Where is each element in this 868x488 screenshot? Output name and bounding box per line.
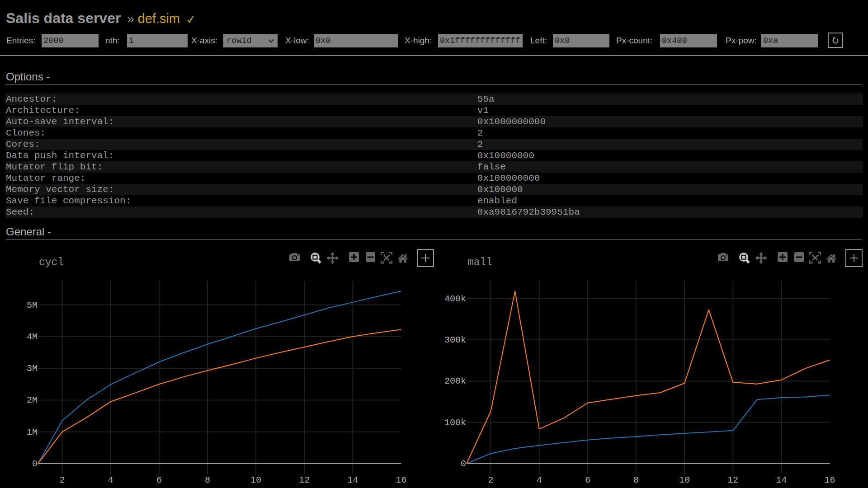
svg-text:300k: 300k <box>444 335 466 345</box>
svg-text:16: 16 <box>824 475 835 485</box>
svg-text:cycl: cycl <box>39 257 64 268</box>
svg-text:0: 0 <box>461 459 466 469</box>
svg-text:100k: 100k <box>444 418 466 428</box>
svg-text:16: 16 <box>396 475 406 485</box>
svg-text:2: 2 <box>60 475 65 485</box>
svg-text:1M: 1M <box>27 427 38 437</box>
svg-text:4M: 4M <box>27 332 38 342</box>
svg-text:14: 14 <box>776 475 787 485</box>
svg-text:6: 6 <box>156 475 162 485</box>
svg-text:400k: 400k <box>444 294 466 304</box>
svg-text:5M: 5M <box>27 300 38 310</box>
svg-text:10: 10 <box>250 475 261 485</box>
svg-text:2M: 2M <box>27 395 38 405</box>
svg-text:4: 4 <box>108 475 113 485</box>
svg-text:mall: mall <box>467 257 492 268</box>
svg-text:12: 12 <box>727 475 738 485</box>
svg-text:4: 4 <box>537 475 542 485</box>
svg-text:3M: 3M <box>27 363 38 374</box>
svg-text:12: 12 <box>299 475 310 485</box>
svg-text:200k: 200k <box>444 376 466 386</box>
svg-text:8: 8 <box>633 475 639 485</box>
svg-text:6: 6 <box>585 475 590 485</box>
svg-text:10: 10 <box>679 475 690 485</box>
svg-text:14: 14 <box>347 475 358 485</box>
svg-text:0: 0 <box>32 459 38 469</box>
svg-text:8: 8 <box>205 475 210 485</box>
svg-text:2: 2 <box>488 475 494 485</box>
